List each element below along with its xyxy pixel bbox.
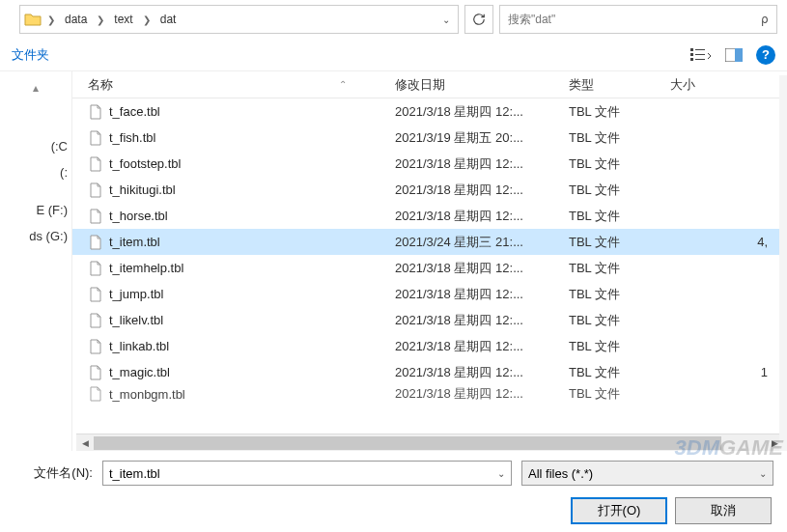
file-icon [88, 209, 103, 224]
file-row[interactable]: t_footstep.tbl2021/3/18 星期四 12:...TBL 文件 [72, 151, 787, 177]
file-name: t_footstep.tbl [109, 156, 395, 171]
file-type: TBL 文件 [569, 103, 670, 121]
file-name: t_fish.tbl [109, 130, 395, 145]
svg-rect-5 [695, 59, 705, 60]
file-icon [88, 339, 103, 354]
breadcrumb[interactable]: ❯ data ❯ text ❯ dat ⌄ [19, 5, 459, 34]
help-icon[interactable]: ? [756, 45, 775, 65]
header-name[interactable]: 名称⌃ [88, 76, 395, 94]
view-preview-icon[interactable] [725, 48, 743, 62]
file-date: 2021/3/18 星期四 12:... [395, 312, 569, 329]
file-date: 2021/3/18 星期四 12:... [395, 260, 569, 277]
file-name: t_itemhelp.tbl [109, 261, 395, 275]
file-row[interactable]: t_monbgm.tbl2021/3/18 星期四 12:...TBL 文件 [72, 385, 787, 403]
file-date: 2021/3/18 星期四 12:... [395, 103, 569, 121]
file-date: 2021/3/18 星期四 12:... [395, 364, 569, 381]
file-type: TBL 文件 [569, 286, 670, 303]
crumb-0[interactable]: data [61, 13, 91, 26]
file-name: t_face.tbl [109, 104, 395, 119]
file-row[interactable]: t_fish.tbl2021/3/19 星期五 20:...TBL 文件 [72, 125, 787, 151]
chevron-right-icon: ❯ [45, 14, 57, 25]
file-row[interactable]: t_horse.tbl2021/3/18 星期四 12:...TBL 文件 [72, 203, 787, 229]
sidebar-item[interactable]: ds (G:) [0, 223, 71, 249]
vertical-scrollbar[interactable] [779, 75, 787, 451]
file-icon [88, 156, 103, 172]
filename-label: 文件名(N): [14, 464, 93, 482]
file-row[interactable]: t_face.tbl2021/3/18 星期四 12:...TBL 文件 [72, 98, 787, 125]
svg-rect-1 [695, 49, 705, 50]
file-type: TBL 文件 [569, 338, 670, 355]
horizontal-scrollbar[interactable]: ◀ ▶ [76, 434, 783, 451]
file-type: TBL 文件 [569, 364, 670, 381]
file-name: t_linkab.tbl [109, 339, 395, 353]
file-date: 2021/3/19 星期五 20:... [395, 129, 569, 147]
file-size: 4, [670, 235, 787, 249]
file-date: 2021/3/18 星期四 12:... [395, 385, 569, 403]
header-type[interactable]: 类型 [569, 76, 670, 94]
folder-icon [24, 12, 42, 27]
column-headers: 名称⌃ 修改日期 类型 大小 [72, 71, 787, 98]
file-name: t_item.tbl [109, 235, 395, 249]
file-date: 2021/3/18 星期四 12:... [395, 155, 569, 173]
file-date: 2021/3/18 星期四 12:... [395, 208, 569, 225]
sidebar-item[interactable]: C:) [0, 133, 71, 159]
file-name: t_horse.tbl [109, 209, 395, 223]
chevron-right-icon: ❯ [95, 14, 106, 25]
crumb-2[interactable]: dat [156, 13, 181, 26]
sidebar-item[interactable] [0, 122, 71, 133]
file-icon [88, 313, 103, 328]
chevron-down-icon[interactable]: ⌄ [442, 14, 450, 25]
file-name: t_monbgm.tbl [109, 387, 395, 402]
cancel-button[interactable]: 取消 [675, 497, 772, 524]
file-icon [88, 365, 103, 380]
file-row[interactable]: t_itemhelp.tbl2021/3/18 星期四 12:...TBL 文件 [72, 255, 787, 281]
file-row[interactable]: t_hikitugi.tbl2021/3/18 星期四 12:...TBL 文件 [72, 177, 787, 203]
sidebar-item[interactable]: E (F:) [0, 197, 71, 223]
refresh-button[interactable] [464, 5, 493, 34]
svg-rect-4 [690, 58, 693, 61]
header-date[interactable]: 修改日期 [395, 76, 569, 94]
chevron-down-icon[interactable]: ⌄ [497, 468, 505, 479]
file-type: TBL 文件 [569, 182, 670, 199]
chevron-right-icon: ❯ [141, 14, 153, 25]
search-placeholder: 搜索"dat" [508, 12, 555, 28]
file-date: 2021/3/18 星期四 12:... [395, 286, 569, 303]
file-type: TBL 文件 [569, 155, 670, 173]
file-row[interactable]: t_jump.tbl2021/3/18 星期四 12:...TBL 文件 [72, 281, 787, 307]
file-type: TBL 文件 [569, 234, 670, 251]
file-icon [88, 386, 103, 402]
sidebar-item[interactable] [0, 98, 71, 110]
search-icon: ⍴ [761, 13, 769, 26]
file-name: t_hikitugi.tbl [109, 182, 395, 197]
scrollbar-thumb[interactable] [94, 436, 721, 450]
scroll-up-icon[interactable]: ▴ [0, 77, 71, 98]
file-size: 1 [670, 365, 787, 379]
file-type: TBL 文件 [569, 312, 670, 329]
file-row[interactable]: t_magic.tbl2021/3/18 星期四 12:...TBL 文件1 [72, 359, 787, 385]
file-icon [88, 261, 103, 276]
open-button[interactable]: 打开(O) [571, 497, 667, 524]
sidebar-item[interactable] [0, 185, 71, 197]
file-row[interactable]: t_item.tbl2021/3/24 星期三 21:...TBL 文件4, [72, 229, 787, 255]
svg-rect-3 [695, 54, 705, 55]
svg-rect-0 [690, 48, 693, 51]
file-date: 2021/3/18 星期四 12:... [395, 182, 569, 199]
sidebar-item[interactable]: :) [0, 159, 71, 185]
crumb-1[interactable]: text [110, 13, 136, 26]
sidebar-item[interactable] [0, 110, 71, 122]
file-row[interactable]: t_linkab.tbl2021/3/18 星期四 12:...TBL 文件 [72, 333, 787, 359]
file-type: TBL 文件 [569, 385, 670, 403]
filter-dropdown[interactable]: All files (*.*) ⌄ [521, 461, 773, 486]
folder-label[interactable]: 文件夹 [12, 46, 49, 64]
search-input[interactable]: 搜索"dat" ⍴ [499, 5, 777, 34]
file-type: TBL 文件 [569, 208, 670, 225]
chevron-down-icon[interactable]: ⌄ [759, 468, 767, 479]
svg-rect-2 [690, 53, 693, 56]
filename-input[interactable]: t_item.tbl ⌄ [102, 461, 512, 486]
header-size[interactable]: 大小 [670, 76, 787, 94]
view-details-icon[interactable] [690, 47, 712, 63]
scroll-left-icon[interactable]: ◀ [76, 434, 94, 451]
svg-rect-7 [735, 48, 743, 62]
file-row[interactable]: t_likelv.tbl2021/3/18 星期四 12:...TBL 文件 [72, 307, 787, 333]
file-icon [88, 287, 103, 302]
